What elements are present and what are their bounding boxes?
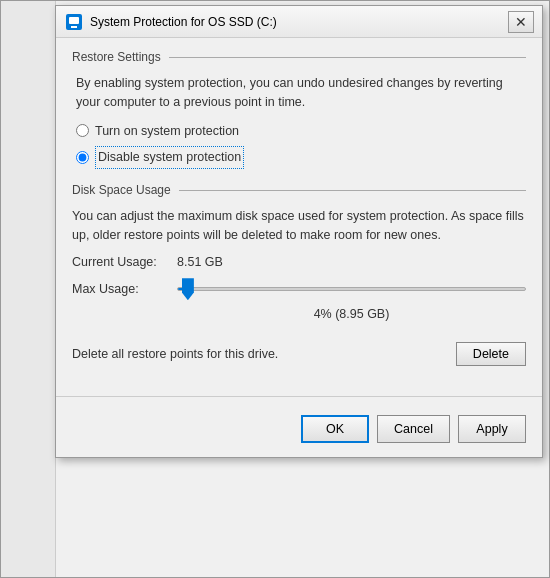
radio-disable-label: Disable system protection bbox=[95, 146, 244, 169]
cancel-button[interactable]: Cancel bbox=[377, 415, 450, 443]
restore-settings-header: Restore Settings bbox=[72, 50, 526, 64]
disk-space-body: You can adjust the maximum disk space us… bbox=[72, 207, 526, 366]
max-usage-row: Max Usage: bbox=[72, 277, 526, 301]
slider-thumb[interactable] bbox=[182, 278, 194, 300]
slider-percentage: 4% (8.95 GB) bbox=[177, 305, 526, 324]
title-bar-icon bbox=[64, 12, 84, 32]
ok-button[interactable]: OK bbox=[301, 415, 369, 443]
max-usage-label: Max Usage: bbox=[72, 280, 177, 299]
restore-settings-description: By enabling system protection, you can u… bbox=[76, 76, 503, 109]
radio-turn-on[interactable] bbox=[76, 124, 89, 137]
bottom-buttons: OK Cancel Apply bbox=[56, 407, 542, 457]
restore-settings-section: Restore Settings By enabling system prot… bbox=[72, 50, 526, 169]
title-bar: System Protection for OS SSD (C:) ✕ bbox=[56, 6, 542, 38]
delete-text: Delete all restore points for this drive… bbox=[72, 345, 278, 364]
disk-space-section: Disk Space Usage You can adjust the maxi… bbox=[72, 183, 526, 366]
radio-turn-on-item[interactable]: Turn on system protection bbox=[76, 122, 522, 141]
current-usage-label: Current Usage: bbox=[72, 253, 177, 272]
restore-settings-line bbox=[169, 57, 526, 58]
restore-settings-title: Restore Settings bbox=[72, 50, 161, 64]
bottom-divider bbox=[56, 396, 542, 397]
dialog-content: Restore Settings By enabling system prot… bbox=[56, 38, 542, 392]
background-sidebar bbox=[1, 1, 56, 577]
current-usage-row: Current Usage: 8.51 GB bbox=[72, 253, 526, 272]
radio-disable[interactable] bbox=[76, 151, 89, 164]
apply-button[interactable]: Apply bbox=[458, 415, 526, 443]
delete-button[interactable]: Delete bbox=[456, 342, 526, 366]
backdrop: System Protection for OS SSD (C:) ✕ Rest… bbox=[0, 0, 550, 578]
restore-settings-body: By enabling system protection, you can u… bbox=[72, 74, 526, 169]
disk-space-description: You can adjust the maximum disk space us… bbox=[72, 209, 524, 242]
disk-space-title: Disk Space Usage bbox=[72, 183, 171, 197]
dialog: System Protection for OS SSD (C:) ✕ Rest… bbox=[55, 5, 543, 458]
close-button[interactable]: ✕ bbox=[508, 11, 534, 33]
radio-group: Turn on system protection Disable system… bbox=[76, 122, 522, 170]
title-bar-text: System Protection for OS SSD (C:) bbox=[90, 15, 508, 29]
delete-row: Delete all restore points for this drive… bbox=[72, 342, 526, 366]
slider-track bbox=[177, 287, 526, 291]
disk-space-line bbox=[179, 190, 526, 191]
disk-space-header: Disk Space Usage bbox=[72, 183, 526, 197]
current-usage-value: 8.51 GB bbox=[177, 253, 223, 272]
slider-container bbox=[177, 277, 526, 301]
radio-disable-item[interactable]: Disable system protection bbox=[76, 146, 522, 169]
radio-turn-on-label: Turn on system protection bbox=[95, 122, 239, 141]
svg-rect-1 bbox=[69, 17, 79, 24]
svg-rect-2 bbox=[71, 26, 77, 28]
